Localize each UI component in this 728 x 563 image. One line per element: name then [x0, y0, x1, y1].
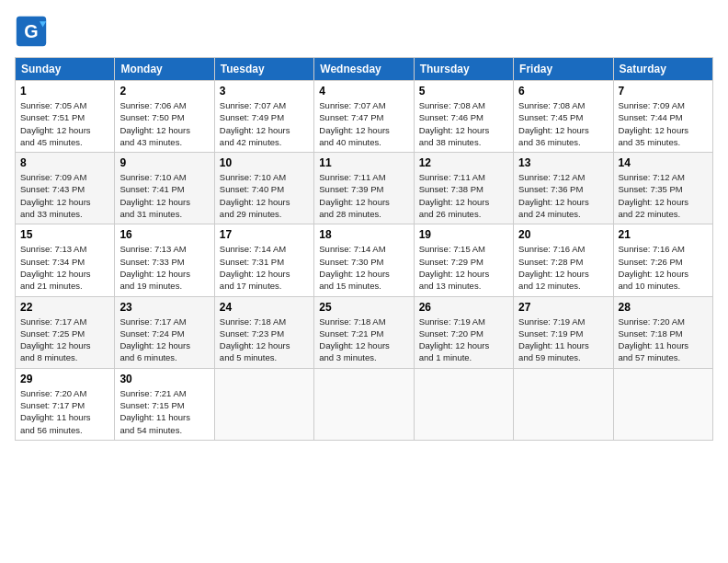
weekday-header-row: SundayMondayTuesdayWednesdayThursdayFrid…	[16, 58, 713, 81]
day-number: 12	[419, 156, 508, 169]
calendar-cell: 20 Sunrise: 7:16 AMSunset: 7:28 PMDaylig…	[514, 224, 613, 296]
day-info: Sunrise: 7:21 AMSunset: 7:15 PMDaylight:…	[119, 387, 209, 436]
day-info: Sunrise: 7:10 AMSunset: 7:40 PMDaylight:…	[220, 171, 309, 220]
day-info: Sunrise: 7:09 AMSunset: 7:43 PMDaylight:…	[20, 171, 109, 220]
day-info: Sunrise: 7:07 AMSunset: 7:47 PMDaylight:…	[319, 99, 408, 148]
day-info: Sunrise: 7:12 AMSunset: 7:36 PMDaylight:…	[518, 171, 608, 220]
day-number: 1	[20, 85, 109, 98]
day-info: Sunrise: 7:20 AMSunset: 7:18 PMDaylight:…	[619, 316, 708, 364]
calendar-cell: 29 Sunrise: 7:20 AMSunset: 7:17 PMDaylig…	[16, 368, 115, 440]
day-info: Sunrise: 7:14 AMSunset: 7:31 PMDaylight:…	[220, 243, 309, 292]
day-info: Sunrise: 7:17 AMSunset: 7:25 PMDaylight:…	[20, 316, 109, 364]
calendar-cell: 11 Sunrise: 7:11 AMSunset: 7:39 PMDaylig…	[314, 153, 414, 224]
day-number: 2	[119, 85, 209, 98]
calendar-table: SundayMondayTuesdayWednesdayThursdayFrid…	[15, 57, 713, 441]
calendar-cell: 4 Sunrise: 7:07 AMSunset: 7:47 PMDayligh…	[314, 81, 414, 153]
day-info: Sunrise: 7:08 AMSunset: 7:45 PMDaylight:…	[518, 99, 608, 148]
day-number: 24	[220, 301, 309, 314]
calendar-cell: 23 Sunrise: 7:17 AMSunset: 7:24 PMDaylig…	[115, 296, 214, 368]
calendar-cell: 2 Sunrise: 7:06 AMSunset: 7:50 PMDayligh…	[115, 81, 214, 153]
weekday-tuesday: Tuesday	[214, 58, 313, 81]
day-number: 25	[319, 301, 408, 314]
svg-text:G: G	[24, 21, 38, 41]
day-number: 13	[518, 156, 608, 169]
weekday-friday: Friday	[514, 58, 613, 81]
day-number: 5	[419, 85, 508, 98]
calendar-cell	[613, 368, 712, 440]
day-info: Sunrise: 7:20 AMSunset: 7:17 PMDaylight:…	[20, 387, 109, 436]
calendar-cell: 24 Sunrise: 7:18 AMSunset: 7:23 PMDaylig…	[214, 296, 313, 368]
day-info: Sunrise: 7:18 AMSunset: 7:23 PMDaylight:…	[220, 316, 309, 364]
day-number: 16	[119, 228, 209, 241]
calendar-cell: 26 Sunrise: 7:19 AMSunset: 7:20 PMDaylig…	[414, 296, 513, 368]
day-number: 9	[119, 156, 209, 169]
day-number: 26	[419, 301, 508, 314]
calendar-cell	[214, 368, 313, 440]
logo: G	[15, 15, 51, 48]
weekday-saturday: Saturday	[613, 58, 712, 81]
day-info: Sunrise: 7:09 AMSunset: 7:44 PMDaylight:…	[619, 99, 708, 148]
calendar-cell	[514, 368, 613, 440]
calendar-cell: 28 Sunrise: 7:20 AMSunset: 7:18 PMDaylig…	[613, 296, 712, 368]
day-number: 22	[20, 301, 109, 314]
calendar-body: 1 Sunrise: 7:05 AMSunset: 7:51 PMDayligh…	[16, 81, 713, 441]
day-number: 18	[319, 228, 408, 241]
weekday-thursday: Thursday	[414, 58, 513, 81]
calendar-cell	[414, 368, 513, 440]
calendar-cell: 13 Sunrise: 7:12 AMSunset: 7:36 PMDaylig…	[514, 153, 613, 224]
day-number: 19	[419, 228, 508, 241]
day-number: 27	[518, 301, 608, 314]
calendar-cell: 6 Sunrise: 7:08 AMSunset: 7:45 PMDayligh…	[514, 81, 613, 153]
day-info: Sunrise: 7:17 AMSunset: 7:24 PMDaylight:…	[119, 316, 209, 364]
calendar-cell: 22 Sunrise: 7:17 AMSunset: 7:25 PMDaylig…	[16, 296, 115, 368]
week-row-2: 8 Sunrise: 7:09 AMSunset: 7:43 PMDayligh…	[16, 153, 713, 224]
weekday-monday: Monday	[115, 58, 214, 81]
day-number: 14	[619, 156, 708, 169]
day-number: 6	[518, 85, 608, 98]
calendar-cell: 27 Sunrise: 7:19 AMSunset: 7:19 PMDaylig…	[514, 296, 613, 368]
day-info: Sunrise: 7:13 AMSunset: 7:34 PMDaylight:…	[20, 243, 109, 292]
day-number: 17	[220, 228, 309, 241]
day-number: 10	[220, 156, 309, 169]
day-number: 21	[619, 228, 708, 241]
day-info: Sunrise: 7:19 AMSunset: 7:20 PMDaylight:…	[419, 316, 508, 364]
day-info: Sunrise: 7:11 AMSunset: 7:38 PMDaylight:…	[419, 171, 508, 220]
day-info: Sunrise: 7:05 AMSunset: 7:51 PMDaylight:…	[20, 99, 109, 148]
day-info: Sunrise: 7:08 AMSunset: 7:46 PMDaylight:…	[419, 99, 508, 148]
day-number: 11	[319, 156, 408, 169]
day-info: Sunrise: 7:19 AMSunset: 7:19 PMDaylight:…	[518, 316, 608, 364]
calendar-cell: 30 Sunrise: 7:21 AMSunset: 7:15 PMDaylig…	[115, 368, 214, 440]
day-number: 8	[20, 156, 109, 169]
day-number: 20	[518, 228, 608, 241]
day-number: 23	[119, 301, 209, 314]
calendar-cell: 15 Sunrise: 7:13 AMSunset: 7:34 PMDaylig…	[16, 224, 115, 296]
day-info: Sunrise: 7:11 AMSunset: 7:39 PMDaylight:…	[319, 171, 408, 220]
calendar-cell: 1 Sunrise: 7:05 AMSunset: 7:51 PMDayligh…	[16, 81, 115, 153]
day-info: Sunrise: 7:16 AMSunset: 7:28 PMDaylight:…	[518, 243, 608, 292]
day-info: Sunrise: 7:15 AMSunset: 7:29 PMDaylight:…	[419, 243, 508, 292]
day-info: Sunrise: 7:12 AMSunset: 7:35 PMDaylight:…	[619, 171, 708, 220]
calendar-cell: 14 Sunrise: 7:12 AMSunset: 7:35 PMDaylig…	[613, 153, 712, 224]
day-number: 28	[619, 301, 708, 314]
calendar-cell: 25 Sunrise: 7:18 AMSunset: 7:21 PMDaylig…	[314, 296, 414, 368]
day-number: 4	[319, 85, 408, 98]
calendar-cell: 19 Sunrise: 7:15 AMSunset: 7:29 PMDaylig…	[414, 224, 513, 296]
day-info: Sunrise: 7:14 AMSunset: 7:30 PMDaylight:…	[319, 243, 408, 292]
day-info: Sunrise: 7:13 AMSunset: 7:33 PMDaylight:…	[119, 243, 209, 292]
calendar-cell: 9 Sunrise: 7:10 AMSunset: 7:41 PMDayligh…	[115, 153, 214, 224]
calendar-cell: 12 Sunrise: 7:11 AMSunset: 7:38 PMDaylig…	[414, 153, 513, 224]
calendar-cell: 5 Sunrise: 7:08 AMSunset: 7:46 PMDayligh…	[414, 81, 513, 153]
weekday-sunday: Sunday	[16, 58, 115, 81]
calendar-cell: 21 Sunrise: 7:16 AMSunset: 7:26 PMDaylig…	[613, 224, 712, 296]
day-number: 29	[20, 373, 109, 385]
day-info: Sunrise: 7:16 AMSunset: 7:26 PMDaylight:…	[619, 243, 708, 292]
day-number: 7	[619, 85, 708, 98]
day-info: Sunrise: 7:10 AMSunset: 7:41 PMDaylight:…	[119, 171, 209, 220]
calendar-cell: 8 Sunrise: 7:09 AMSunset: 7:43 PMDayligh…	[16, 153, 115, 224]
calendar-cell	[314, 368, 414, 440]
calendar-cell: 17 Sunrise: 7:14 AMSunset: 7:31 PMDaylig…	[214, 224, 313, 296]
day-number: 30	[119, 373, 209, 385]
weekday-wednesday: Wednesday	[314, 58, 414, 81]
day-info: Sunrise: 7:06 AMSunset: 7:50 PMDaylight:…	[119, 99, 209, 148]
day-number: 3	[220, 85, 309, 98]
